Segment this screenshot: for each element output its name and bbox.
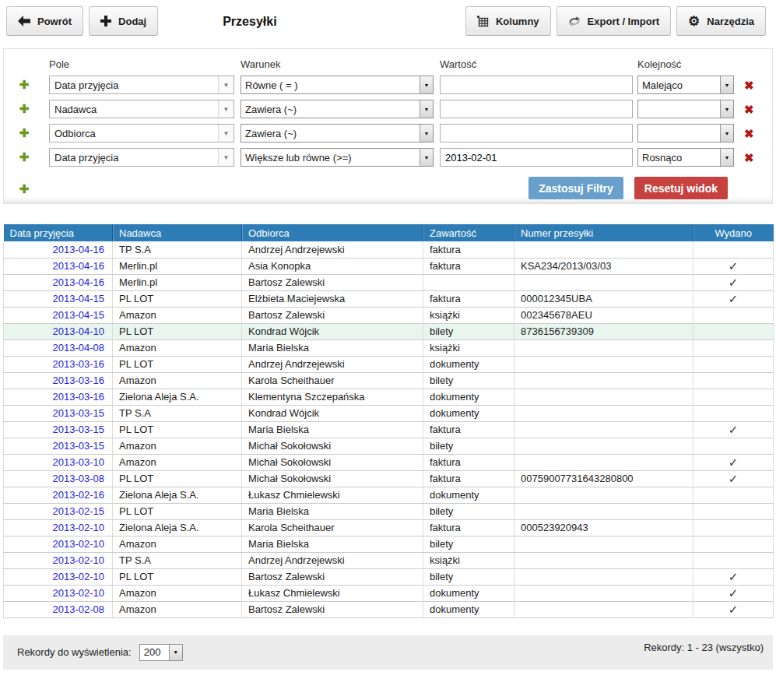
date-link[interactable]: 2013-03-15	[53, 424, 105, 435]
columns-button[interactable]: Kolumny	[465, 6, 551, 36]
table-header-row: Data przyjęcia Nadawca Odbiorca Zawartoś…	[4, 224, 774, 241]
table-row: 2013-04-16 Merlin.pl Asia Konopka faktur…	[4, 258, 774, 274]
cell-content: dokumenty	[423, 487, 514, 503]
cell-recipient: Elżbieta Maciejewska	[242, 290, 423, 307]
add-filter-row-button[interactable]: ✚	[19, 126, 30, 139]
cell-recipient: Andrzej Andrzejewski	[242, 356, 423, 372]
date-link[interactable]: 2013-04-15	[53, 293, 105, 304]
remove-filter-button[interactable]: ✖	[744, 152, 754, 164]
filter-condition-value: Większe lub równe (>=)	[241, 152, 420, 164]
filter-field-value: Data przyjęcia	[50, 79, 218, 91]
filter-order-select[interactable]: ▼	[637, 100, 734, 118]
filter-value-input[interactable]	[440, 124, 633, 142]
filter-condition-select[interactable]: Większe lub równe (>=) ▼	[241, 148, 434, 167]
filter-condition-select[interactable]: Zawiera (~) ▼	[241, 124, 434, 142]
table-row: 2013-03-15 PL LOT Maria Bielska faktura …	[4, 421, 774, 438]
add-filter-button[interactable]: ✚	[19, 182, 30, 195]
table-row: 2013-03-16 Amazon Karola Scheithauer bil…	[4, 372, 774, 389]
date-link[interactable]: 2013-03-16	[53, 375, 105, 386]
per-page-select[interactable]: 200 ▼	[139, 644, 183, 661]
cell-recipient: Kondrad Wójcik	[242, 405, 423, 421]
tools-button[interactable]: ⚙ Narzędzia	[676, 6, 766, 36]
date-link[interactable]: 2013-03-16	[53, 358, 105, 370]
filter-field-select[interactable]: Data przyjęcia ▼	[49, 76, 234, 94]
date-link[interactable]: 2013-04-16	[53, 276, 105, 288]
export-import-button[interactable]: Export / Import	[557, 6, 671, 36]
cell-recipient: Karola Scheithauer	[242, 519, 423, 536]
cell-content: faktura	[423, 290, 514, 307]
filter-row: ✚ Data przyjęcia ▼ Większe lub równe (>=…	[4, 148, 772, 167]
check-icon: ✓	[729, 423, 739, 436]
add-filter-row-button[interactable]: ✚	[19, 102, 30, 115]
cell-content: faktura	[423, 241, 514, 258]
filter-condition-select[interactable]: Równe ( = ) ▼	[241, 76, 434, 94]
filter-order-select[interactable]: Rosnąco ▼	[637, 148, 734, 167]
cell-recipient: Łukasz Chmielewski	[242, 585, 423, 601]
date-link[interactable]: 2013-02-10	[53, 571, 105, 582]
chevron-down-icon: ▼	[218, 125, 234, 142]
plus-cell: ✚	[15, 182, 33, 196]
date-link[interactable]: 2013-02-16	[53, 489, 105, 501]
date-link[interactable]: 2013-04-10	[53, 325, 105, 337]
filter-value-input[interactable]	[440, 76, 633, 94]
check-icon: ✓	[729, 586, 739, 600]
cell-sender: Zielona Aleja S.A.	[113, 487, 242, 503]
date-link[interactable]: 2013-03-15	[53, 407, 105, 419]
filter-field-select[interactable]: Data przyjęcia ▼	[49, 148, 234, 167]
back-button-label: Powrót	[37, 16, 72, 27]
date-link[interactable]: 2013-03-15	[53, 440, 105, 452]
export-import-button-label: Export / Import	[588, 16, 659, 27]
cell-recipient: Maria Bielska	[242, 421, 423, 438]
apply-filters-button[interactable]: Zastosuj Filtry	[528, 177, 623, 199]
date-link[interactable]: 2013-03-10	[53, 456, 105, 468]
date-link[interactable]: 2013-03-16	[53, 391, 105, 403]
date-link[interactable]: 2013-02-10	[53, 538, 105, 550]
date-link[interactable]: 2013-02-10	[53, 554, 105, 566]
back-button[interactable]: Powrót	[6, 6, 83, 36]
cell-sender: PL LOT	[113, 503, 242, 519]
cell-recipient: Łukasz Chmielewski	[242, 487, 423, 503]
dropdown-arrow-icon: ▼	[420, 100, 433, 118]
date-link[interactable]: 2013-04-16	[53, 260, 105, 272]
filter-field-select[interactable]: Nadawca ▼	[49, 100, 234, 118]
date-link[interactable]: 2013-02-15	[53, 505, 105, 517]
reset-view-button[interactable]: Resetuj widok	[634, 177, 728, 199]
cell-content: faktura	[423, 421, 514, 438]
date-link[interactable]: 2013-04-16	[53, 244, 105, 255]
remove-filter-button[interactable]: ✖	[744, 79, 754, 91]
table-row: 2013-02-08 Amazon Bartosz Zalewski dokum…	[4, 601, 774, 617]
dropdown-arrow-icon: ▼	[720, 76, 733, 93]
filter-field-select[interactable]: Odbiorca ▼	[49, 124, 234, 142]
table-row: 2013-04-16 TP S.A Andrzej Andrzejewski f…	[4, 241, 774, 258]
date-link[interactable]: 2013-03-08	[53, 473, 105, 484]
filter-condition-select[interactable]: Zawiera (~) ▼	[241, 100, 434, 118]
add-filter-row-button[interactable]: ✚	[19, 78, 30, 91]
remove-filter-button[interactable]: ✖	[744, 128, 754, 139]
dropdown-arrow-icon: ▼	[720, 125, 733, 142]
add-button[interactable]: Dodaj	[89, 6, 158, 36]
cell-number	[514, 454, 693, 470]
date-link[interactable]: 2013-02-10	[53, 587, 105, 599]
check-icon: ✓	[729, 603, 739, 616]
back-arrow-icon	[18, 16, 30, 26]
date-link[interactable]: 2013-02-10	[53, 522, 105, 533]
check-icon: ✓	[729, 292, 739, 305]
filter-order-select[interactable]: ▼	[637, 124, 734, 142]
dropdown-arrow-icon: ▼	[720, 149, 733, 166]
cell-number: 000523920943	[514, 519, 693, 536]
table-row: 2013-04-15 PL LOT Elżbieta Maciejewska f…	[4, 290, 774, 307]
column-header-content: Zawartość	[423, 224, 514, 241]
filter-value-input[interactable]	[440, 148, 633, 167]
add-filter-row-button[interactable]: ✚	[19, 150, 30, 164]
columns-grid-icon	[477, 16, 489, 27]
date-link[interactable]: 2013-04-08	[53, 342, 105, 354]
filter-order-select[interactable]: Malejąco ▼	[637, 76, 734, 94]
plus-cell: ✚	[15, 150, 33, 164]
plus-icon	[100, 16, 111, 26]
table-row: 2013-03-15 TP S.A Kondrad Wójcik dokumen…	[4, 405, 774, 421]
list-footer: Rekordy do wyświetlenia: 200 ▼ Rekordy: …	[3, 635, 773, 670]
date-link[interactable]: 2013-04-15	[53, 309, 105, 321]
date-link[interactable]: 2013-02-08	[53, 603, 105, 615]
filter-value-input[interactable]	[440, 100, 633, 118]
remove-filter-button[interactable]: ✖	[744, 104, 754, 115]
